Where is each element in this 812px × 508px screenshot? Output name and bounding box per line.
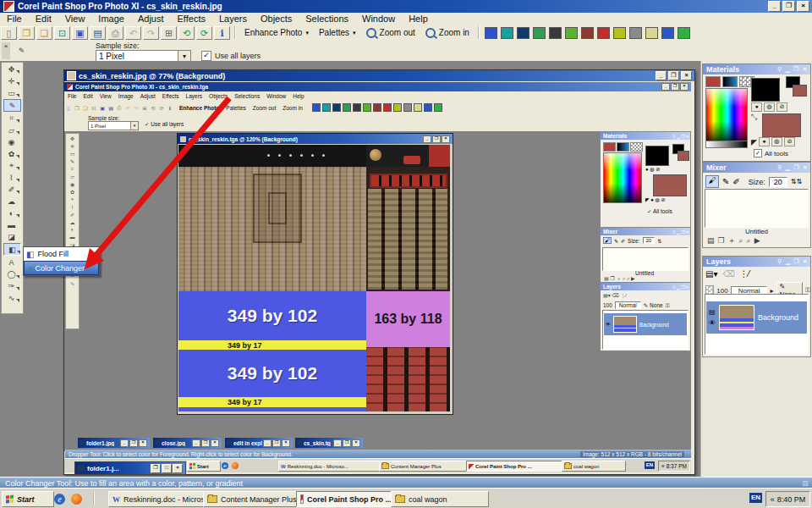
language-indicator[interactable]: EN bbox=[749, 493, 762, 503]
preset-shape-tool[interactable]: ◯ bbox=[3, 268, 19, 279]
lighten-darken-tool[interactable]: ◐ bbox=[3, 207, 19, 218]
zoom-out-button[interactable]: Zoom out bbox=[361, 27, 420, 39]
maximize-button[interactable]: □ bbox=[162, 464, 172, 473]
visibility-eye-icon[interactable]: 👁 bbox=[709, 319, 716, 327]
airbrush-tool[interactable]: ☁ bbox=[3, 196, 19, 207]
close-button[interactable]: × bbox=[797, 1, 809, 12]
foreground-style-buttons[interactable]: ● ◍ ⊘ bbox=[751, 102, 787, 112]
effect-icon[interactable] bbox=[565, 27, 578, 39]
move-tool[interactable]: ✛ bbox=[3, 75, 19, 86]
layer-thumbnail[interactable] bbox=[719, 305, 754, 330]
scratch-remover-tool[interactable]: ⌇ bbox=[3, 172, 19, 183]
delete-layer-button[interactable]: ⌫ bbox=[722, 269, 734, 279]
menu-item[interactable]: Selections bbox=[299, 14, 355, 24]
all-tools-checkbox[interactable]: ✓ All tools bbox=[754, 149, 788, 157]
warp-brush-tool[interactable]: ∿ bbox=[3, 292, 19, 303]
menu-item[interactable]: Objects bbox=[254, 14, 299, 24]
task-corel-psp[interactable]: Corel Paint Shop Pro ... bbox=[296, 491, 396, 507]
task-content-manager[interactable]: Content Manager Plus bbox=[203, 491, 301, 507]
effect-icon[interactable] bbox=[629, 27, 642, 39]
background-eraser-tool[interactable]: ◪ bbox=[3, 231, 19, 242]
start-button[interactable]: Start bbox=[2, 491, 54, 507]
pen-tool[interactable]: ✑ bbox=[3, 280, 19, 291]
mixer-size-value[interactable]: 20 bbox=[769, 177, 787, 187]
info-icon[interactable]: ℹ bbox=[214, 26, 230, 40]
close-button[interactable]: × bbox=[173, 464, 183, 473]
gradient-style-icon[interactable]: ◍ bbox=[771, 137, 782, 146]
effect-icon[interactable] bbox=[501, 27, 513, 39]
edit-selection-button[interactable]: ⋮⁄ bbox=[740, 269, 750, 279]
mixer-knife-tool[interactable]: ✎ bbox=[722, 177, 729, 186]
menu-item[interactable]: Effects bbox=[171, 14, 212, 24]
grayscale-strip[interactable] bbox=[705, 141, 748, 148]
undo-icon[interactable]: ↶ bbox=[125, 26, 141, 40]
menu-item[interactable]: Adjust bbox=[131, 14, 171, 24]
resize-icon[interactable]: ⊞ bbox=[161, 26, 177, 40]
effect-icon[interactable] bbox=[645, 27, 658, 39]
task-coal-wagon[interactable]: coal wagon bbox=[391, 491, 489, 507]
palettes-button[interactable]: Palettes ▾ bbox=[314, 27, 361, 38]
new-layer-button[interactable]: ▤▾ bbox=[705, 269, 717, 279]
effect-icon[interactable] bbox=[678, 27, 690, 39]
mixer-tube-tool[interactable]: 🖌 bbox=[705, 175, 719, 188]
flood-fill-tool[interactable]: ◧ bbox=[3, 243, 21, 256]
menu-item[interactable]: View bbox=[58, 14, 92, 24]
effect-icon[interactable] bbox=[613, 27, 626, 39]
task-reskinning-doc[interactable]: W Reskinning.doc - Microso... bbox=[108, 491, 208, 507]
clock[interactable]: « 8:40 PM bbox=[765, 491, 810, 507]
makeover-tool[interactable]: ✿ bbox=[3, 148, 19, 159]
effect-icon[interactable] bbox=[581, 27, 594, 39]
menu-item[interactable]: Layers bbox=[212, 14, 254, 24]
background-style-buttons[interactable]: ◤ ● ◍ ⊘ bbox=[751, 137, 795, 146]
use-all-layers-checkbox[interactable]: ✓ Use all layers bbox=[201, 51, 261, 61]
menu-item[interactable]: Edit bbox=[29, 14, 58, 24]
tab-frame[interactable] bbox=[705, 76, 721, 87]
scan-icon[interactable]: ⊡ bbox=[54, 26, 70, 40]
text-tool[interactable]: A bbox=[3, 257, 19, 268]
layer-name[interactable]: Background bbox=[758, 313, 798, 322]
inner-window-titlebar[interactable]: cs_skin_reskin.jpg @ 77% (Background) _ … bbox=[64, 70, 694, 81]
layer-row-background[interactable]: ▤ 👁 Background bbox=[706, 301, 807, 334]
color-picker[interactable] bbox=[705, 88, 748, 142]
effect-icon[interactable] bbox=[549, 27, 562, 39]
minimized-folder1-window[interactable]: folder1.j... ❐ □ × bbox=[74, 461, 186, 475]
options-close-strip[interactable]: × bbox=[2, 42, 10, 59]
gradient-style-icon[interactable]: ◍ bbox=[764, 102, 775, 112]
clone-tool[interactable]: ⌖ bbox=[3, 160, 19, 171]
selection-tool[interactable]: ▭ bbox=[3, 87, 19, 98]
resize-grip[interactable]: ▨ bbox=[802, 479, 809, 487]
foreground-swatch[interactable] bbox=[751, 78, 780, 102]
effect-icon[interactable] bbox=[533, 27, 546, 39]
menu-item[interactable]: Image bbox=[91, 14, 131, 24]
inner-close-button[interactable]: × bbox=[681, 71, 692, 80]
redeye-tool[interactable]: ◉ bbox=[3, 136, 19, 147]
effect-icon[interactable] bbox=[597, 27, 610, 39]
texture-canvas[interactable]: 349 by 102 163 by 118 349 by 17 349 by 1… bbox=[178, 145, 450, 411]
rotate-left-icon[interactable]: ⟲ bbox=[178, 26, 195, 40]
inner-minimize-button[interactable]: _ bbox=[656, 71, 667, 80]
save-as-icon[interactable]: ▤ bbox=[90, 26, 106, 40]
mixer-canvas[interactable] bbox=[705, 189, 809, 228]
background-swatch[interactable] bbox=[762, 113, 801, 137]
dropper-tool[interactable]: ✎ bbox=[3, 99, 21, 112]
palette-buttons[interactable]: ⚲▁❐× bbox=[776, 164, 810, 171]
eraser-tool[interactable]: ▬ bbox=[3, 219, 19, 230]
palette-buttons[interactable]: ⚲▁❐× bbox=[776, 66, 810, 73]
redo-icon[interactable]: ↷ bbox=[143, 26, 159, 40]
browse-icon[interactable]: ❏ bbox=[36, 26, 52, 40]
new-icon[interactable]: ▯ bbox=[1, 26, 17, 40]
color-style-icon[interactable]: ● bbox=[751, 102, 762, 112]
enhance-photo-button[interactable]: Enhance Photo ▾ bbox=[239, 27, 314, 38]
restore-button[interactable]: ❐ bbox=[782, 1, 795, 12]
menu-item[interactable]: File bbox=[0, 14, 29, 24]
tab-gradient[interactable] bbox=[722, 76, 738, 87]
ie-quicklaunch-icon[interactable]: e bbox=[54, 494, 65, 505]
brush-tool[interactable]: ✐ bbox=[3, 184, 19, 195]
palette-buttons[interactable]: ⚲▁❐× bbox=[776, 258, 810, 265]
open-icon[interactable]: ❐ bbox=[19, 26, 35, 40]
materials-tabs[interactable] bbox=[705, 76, 754, 87]
minimize-button[interactable]: _ bbox=[768, 1, 781, 12]
effect-icon[interactable] bbox=[661, 27, 674, 39]
pan-tool[interactable]: ✥ bbox=[3, 64, 19, 75]
flyout-item-flood-fill[interactable]: ◧ Flood Fill bbox=[24, 247, 99, 261]
